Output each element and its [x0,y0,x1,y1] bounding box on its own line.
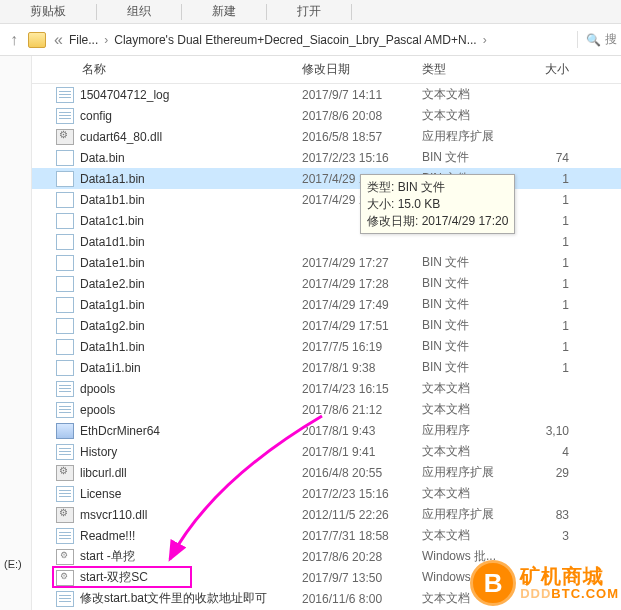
file-date: 2017/8/1 9:41 [302,445,422,459]
file-date: 2017/7/5 16:19 [302,340,422,354]
file-size: 3 [517,529,577,543]
chevron-right-icon: › [479,33,491,47]
file-icon [56,276,74,292]
file-size: 3,10 [517,424,577,438]
file-type: 文本文档 [422,86,517,103]
file-name: Data1h1.bin [80,340,302,354]
file-size: 1 [517,319,577,333]
file-name: 1504704712_log [80,88,302,102]
file-size: 1 [517,235,577,249]
crumb-2[interactable]: Claymore's Dual Ethereum+Decred_Siacoin_… [112,33,478,47]
file-icon [56,402,74,418]
file-size: 1 [517,277,577,291]
file-date: 2016/5/8 18:57 [302,130,422,144]
file-type: BIN 文件 [422,338,517,355]
file-row[interactable]: Data1g1.bin2017/4/29 17:49BIN 文件1 [32,294,621,315]
crumb-1[interactable]: File... [67,33,100,47]
file-icon [56,444,74,460]
file-list-pane: 名称 修改日期 类型 大小 1504704712_log2017/9/7 14:… [32,56,621,610]
file-row[interactable]: Data1e1.bin2017/4/29 17:27BIN 文件1 [32,252,621,273]
file-row[interactable]: Readme!!!2017/7/31 18:58文本文档3 [32,525,621,546]
file-icon [56,171,74,187]
file-row[interactable]: EthDcrMiner642017/8/1 9:43应用程序3,10 [32,420,621,441]
watermark-title: 矿机商城 [520,566,619,587]
file-name: Data1c1.bin [80,214,302,228]
file-type: 文本文档 [422,401,517,418]
file-size: 74 [517,151,577,165]
file-row[interactable]: Data1g2.bin2017/4/29 17:51BIN 文件1 [32,315,621,336]
file-icon [56,360,74,376]
file-row[interactable]: 1504704712_log2017/9/7 14:11文本文档 [32,84,621,105]
col-name[interactable]: 名称 [32,61,302,78]
file-type: 应用程序扩展 [422,128,517,145]
file-date: 2017/2/23 15:16 [302,487,422,501]
nav-up-icon[interactable]: ↑ [4,30,24,50]
file-icon [56,255,74,271]
file-name: Data1e1.bin [80,256,302,270]
file-row[interactable]: Data1b1.bin2017/4/29 17:31BIN 文件1 [32,189,621,210]
folder-icon [28,32,46,48]
file-row[interactable]: dpools2017/4/23 16:15文本文档 [32,378,621,399]
file-row[interactable]: History2017/8/1 9:41文本文档4 [32,441,621,462]
file-date: 2017/4/23 16:15 [302,382,422,396]
sidebar-drive-label[interactable]: (E:) [4,558,22,570]
ribbon-organize[interactable]: 组织 [97,3,181,20]
file-row[interactable]: Data1c1.bin1 [32,210,621,231]
file-type: 应用程序 [422,422,517,439]
file-name: msvcr110.dll [80,508,302,522]
file-name: 修改start.bat文件里的收款地址即可 [80,590,302,607]
col-date[interactable]: 修改日期 [302,61,422,78]
col-type[interactable]: 类型 [422,61,517,78]
ribbon-new[interactable]: 新建 [182,3,266,20]
file-icon [56,87,74,103]
file-date: 2017/4/29 17:51 [302,319,422,333]
file-date: 2017/9/7 14:11 [302,88,422,102]
file-row[interactable]: libcurl.dll2016/4/8 20:55应用程序扩展29 [32,462,621,483]
search-icon: 🔍 [586,33,601,47]
file-date: 2017/2/23 15:16 [302,151,422,165]
file-row[interactable]: Data1i1.bin2017/8/1 9:38BIN 文件1 [32,357,621,378]
file-row[interactable]: cudart64_80.dll2016/5/8 18:57应用程序扩展 [32,126,621,147]
file-date: 2017/4/29 17:28 [302,277,422,291]
file-size: 4 [517,445,577,459]
file-row[interactable]: epools2017/8/6 21:12文本文档 [32,399,621,420]
file-icon [56,318,74,334]
file-row[interactable]: Data.bin2017/2/23 15:16BIN 文件74 [32,147,621,168]
file-row[interactable]: msvcr110.dll2012/11/5 22:26应用程序扩展83 [32,504,621,525]
file-name: libcurl.dll [80,466,302,480]
file-type: BIN 文件 [422,254,517,271]
file-row[interactable]: Data1h1.bin2017/7/5 16:19BIN 文件1 [32,336,621,357]
file-row[interactable]: License2017/2/23 15:16文本文档 [32,483,621,504]
file-icon [56,507,74,523]
col-size[interactable]: 大小 [517,61,577,78]
file-row[interactable]: Data1d1.bin1 [32,231,621,252]
file-date: 2017/8/1 9:43 [302,424,422,438]
file-date: 2016/4/8 20:55 [302,466,422,480]
breadcrumb-overflow-icon[interactable]: « [54,31,63,49]
file-name: Data1g1.bin [80,298,302,312]
search-input[interactable]: 🔍 搜 [577,31,617,48]
file-name: History [80,445,302,459]
file-icon [56,213,74,229]
file-size: 1 [517,193,577,207]
file-row[interactable]: Data1a1.bin2017/4/29 17:20BIN 文件1 [32,168,621,189]
ribbon-clipboard[interactable]: 剪贴板 [0,3,96,20]
file-name: start-双挖SC [80,569,302,586]
file-size: 1 [517,340,577,354]
breadcrumb[interactable]: File... › Claymore's Dual Ethereum+Decre… [67,33,577,47]
file-name: EthDcrMiner64 [80,424,302,438]
ribbon-open[interactable]: 打开 [267,3,351,20]
address-bar: ↑ « File... › Claymore's Dual Ethereum+D… [0,24,621,56]
file-date: 2017/9/7 13:50 [302,571,422,585]
file-row[interactable]: Data1e2.bin2017/4/29 17:28BIN 文件1 [32,273,621,294]
file-name: epools [80,403,302,417]
file-date: 2016/11/6 8:00 [302,592,422,606]
file-date: 2017/4/29 17:27 [302,256,422,270]
file-name: Data1a1.bin [80,172,302,186]
file-size: 1 [517,214,577,228]
file-name: Data1b1.bin [80,193,302,207]
file-name: dpools [80,382,302,396]
tooltip-type: 类型: BIN 文件 [367,179,508,196]
file-date: 2012/11/5 22:26 [302,508,422,522]
file-row[interactable]: config2017/8/6 20:08文本文档 [32,105,621,126]
